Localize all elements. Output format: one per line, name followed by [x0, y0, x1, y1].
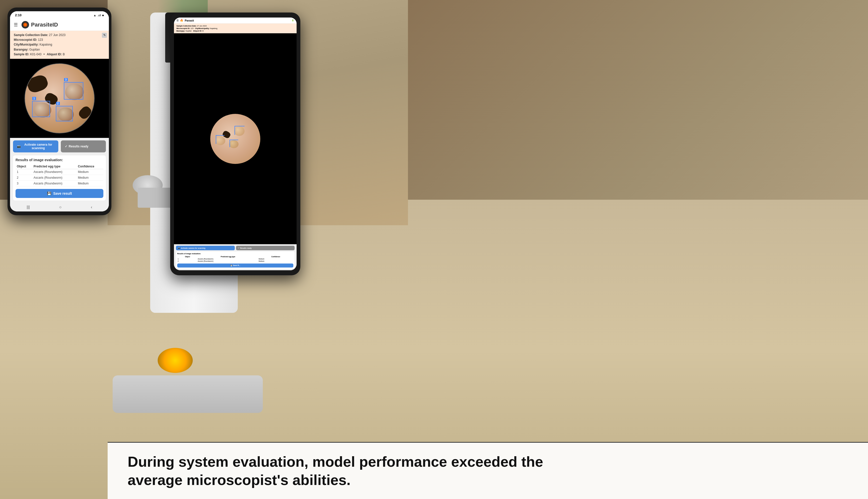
aliquot-value: B	[63, 52, 65, 56]
barangay-value: Gupitan	[29, 48, 40, 51]
small-results-title: Results of image evaluation:	[177, 253, 293, 255]
app-logo-area: ParasiteID	[22, 21, 58, 28]
status-time: 2:10	[15, 13, 22, 17]
small-col-confidence: Confidence	[258, 256, 293, 257]
checkmark-icon: ✓	[65, 145, 67, 148]
caption-line2: average microscopist's abilities.	[127, 472, 351, 488]
save-result-label: Save result	[53, 192, 72, 195]
col-object: Object	[15, 164, 32, 169]
results-section: Results of image evaluation: Object Pred…	[13, 155, 106, 200]
app-header: ☰ ParasiteID	[10, 19, 109, 31]
activate-camera-button[interactable]: 📷 Activate camera for scanning	[13, 141, 58, 153]
svg-point-1	[25, 24, 26, 25]
small-activate-camera-btn[interactable]: 📷 Activate camera for scanning	[176, 246, 235, 250]
small-conf-2: Medium	[258, 260, 293, 262]
sample-id-row: Sample ID: K01-043 • Aliquot ID: B	[14, 52, 105, 57]
wifi-icon: ▲	[93, 14, 96, 17]
small-circular-view	[210, 114, 260, 164]
sample-id-value: K01-043	[30, 52, 41, 56]
microscope-view-area: 1 2 3	[10, 59, 109, 138]
row2-object: 2	[15, 175, 32, 181]
row3-confidence: Medium	[77, 181, 103, 186]
nav-home-icon[interactable]: ○	[59, 205, 62, 209]
microscopist-row: Microscopist ID: 123	[14, 38, 105, 42]
small-col-predicted: Predicted egg type	[198, 256, 258, 257]
city-value: Kapalong	[39, 43, 52, 46]
small-microscope-view	[174, 33, 297, 244]
col-predicted-egg-type: Predicted egg type	[32, 164, 77, 169]
scan-buttons-row: 📷 Activate camera for scanning ✓ Results…	[13, 141, 106, 153]
sample-collection-date: Sample Collection Date: 27 Jun 2023	[14, 33, 105, 38]
results-table: Object Predicted egg type Confidence 1 A…	[15, 164, 103, 186]
detection-box-2-label: 2	[56, 102, 60, 105]
nav-back-icon[interactable]: ‹	[91, 205, 92, 209]
app-title: ParasiteID	[31, 22, 58, 28]
bottom-controls: 📷 Activate camera for scanning ✓ Results…	[10, 138, 109, 203]
row1-object: 1	[15, 169, 32, 175]
sample-info-bar: Sample Collection Date: 27 Jun 2023 Micr…	[10, 31, 109, 59]
city-row: City/Municipality: Kapalong	[14, 42, 105, 47]
small-results-table: Object Predicted egg type Confidence 1 A…	[177, 255, 293, 263]
table-row-3: 3 Ascaris (Roundworm) Medium	[15, 181, 103, 186]
microscope-light	[158, 348, 193, 373]
save-icon: 💾	[47, 192, 51, 195]
detection-box-3-label: 3	[64, 78, 68, 81]
small-conf-1: Medium	[258, 258, 293, 260]
table-row-1: 1 Ascaris (Roundworm) Medium	[15, 169, 103, 175]
camera-icon: 📷	[17, 145, 21, 148]
small-results-section: Results of image evaluation: Object Pred…	[176, 252, 295, 269]
row1-confidence: Medium	[77, 169, 103, 175]
small-phone-header: ☰ 🔥 Parasit 🔋	[174, 17, 297, 24]
small-obj-1: 1	[178, 258, 197, 260]
small-scan-buttons: 📷 Activate camera for scanning ✓ Results…	[176, 246, 295, 250]
small-result-row-2: 2 Ascaris (Roundworm) Medium	[178, 260, 293, 262]
small-activate-camera-label: Activate camera for scanning	[181, 247, 206, 249]
barangay-label: Barangay:	[14, 48, 28, 51]
detection-box-3: 3	[64, 82, 83, 100]
results-ready-button[interactable]: ✓ Results ready	[61, 141, 106, 153]
row3-object: 3	[15, 181, 32, 186]
phone-mockup: 2:10 ▲ .ull ■ ☰ ParasiteID	[8, 8, 111, 215]
row2-confidence: Medium	[77, 175, 103, 181]
sample-id-label: Sample ID:	[14, 52, 29, 56]
detection-box-1-label: 1	[32, 97, 36, 100]
table-row-2: 2 Ascaris (Roundworm) Medium	[15, 175, 103, 181]
small-col-object: Object	[178, 256, 197, 257]
small-save-btn[interactable]: 💾 Save R...	[177, 264, 293, 268]
small-sample-info: Sample Collection Date: 27 Jun 2023 Micr…	[174, 24, 297, 33]
collection-date-value: 27 Jun 2023	[49, 33, 65, 37]
col-confidence: Confidence	[77, 164, 103, 169]
status-icons: ▲ .ull ■	[93, 14, 104, 17]
phone-on-microscope: ☰ 🔥 Parasit 🔋 Sample Collection Date: 27…	[170, 13, 300, 275]
small-app-title: Parasit	[185, 19, 194, 22]
detection-box-1: 1	[32, 101, 50, 117]
row2-egg-type: Ascaris (Roundworm)	[32, 175, 77, 181]
battery-icon: ■	[102, 14, 104, 17]
signal-icon: .ull	[97, 14, 101, 17]
app-logo-icon	[22, 21, 29, 28]
barangay-row: Barangay: Gupitan	[14, 47, 105, 52]
menu-icon[interactable]: ☰	[14, 22, 18, 27]
city-label: City/Municipality:	[14, 43, 38, 46]
small-obj-2: 2	[178, 260, 197, 262]
activate-camera-label: Activate camera for scanning	[22, 143, 54, 150]
edit-button[interactable]: ✎	[102, 33, 107, 38]
row1-egg-type: Ascaris (Roundworm)	[32, 169, 77, 175]
row3-egg-type: Ascaris (Roundworm)	[32, 181, 77, 186]
caption-line1: During system evaluation, model performa…	[127, 453, 543, 470]
small-results-ready-btn[interactable]: ✓ Results ready	[236, 246, 295, 250]
results-ready-label: Results ready	[69, 145, 89, 148]
caption-bar: During system evaluation, model performa…	[108, 442, 868, 499]
small-result-row-1: 1 Ascaris (Roundworm) Medium	[178, 258, 293, 260]
small-bottom-controls: 📷 Activate camera for scanning ✓ Results…	[174, 244, 297, 270]
nav-menu-icon[interactable]: |||	[27, 205, 30, 209]
microscopist-value: 123	[38, 38, 43, 41]
results-table-header: Object Predicted egg type Confidence	[15, 164, 103, 169]
detection-box-2: 2	[56, 106, 73, 121]
phone-screen: 2:10 ▲ .ull ■ ☰ ParasiteID	[10, 11, 109, 211]
save-result-button[interactable]: 💾 Save result	[15, 189, 103, 198]
small-results-ready-label: Results ready	[240, 247, 252, 249]
microscopist-label: Microscopist ID:	[14, 38, 37, 41]
results-title: Results of image evaluation:	[15, 158, 103, 162]
microscope-base	[113, 375, 263, 413]
